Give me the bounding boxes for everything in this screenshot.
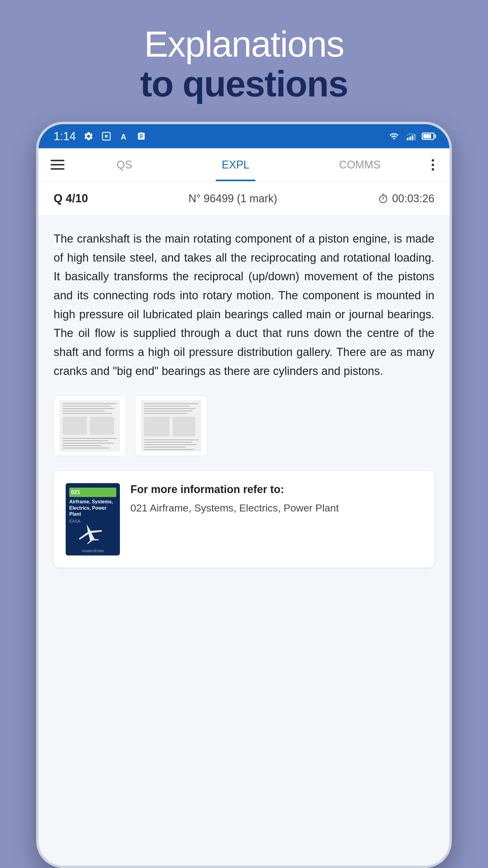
svg-rect-4 <box>407 138 409 140</box>
svg-rect-31 <box>144 444 197 445</box>
main-content: The crankshaft is the main rotating comp… <box>38 216 450 581</box>
headline-line2: to questions <box>140 64 348 104</box>
svg-rect-7 <box>414 134 416 140</box>
question-id: N° 96499 (1 mark) <box>189 192 278 205</box>
svg-rect-23 <box>144 406 189 407</box>
question-number: Q 4/10 <box>54 192 88 205</box>
clipboard-icon <box>137 131 146 141</box>
thumbnail-2[interactable] <box>135 396 207 456</box>
signal-icon <box>405 131 416 141</box>
thumbnail-1[interactable] <box>54 396 126 456</box>
timer-value: 00:03:26 <box>392 192 434 205</box>
a-icon: A <box>119 131 129 141</box>
headline: Explanations to questions <box>140 24 348 104</box>
svg-rect-9 <box>63 403 117 404</box>
book-title: Airframe, Systems, Electrics, Power Plan… <box>69 499 116 518</box>
reference-title: For more information refer to: <box>130 483 422 496</box>
svg-rect-18 <box>63 443 114 444</box>
svg-rect-14 <box>63 417 87 435</box>
book-cover: 021 Airframe, Systems, Electrics, Power … <box>66 483 120 555</box>
svg-rect-10 <box>63 406 111 407</box>
svg-rect-19 <box>63 445 102 446</box>
svg-rect-27 <box>144 417 170 436</box>
svg-rect-12 <box>63 410 105 411</box>
headline-line1: Explanations <box>140 24 348 64</box>
thumbnail-image-1 <box>60 400 120 452</box>
more-options-icon[interactable] <box>425 159 441 170</box>
svg-rect-33 <box>144 449 194 450</box>
status-icons-right <box>388 131 434 141</box>
reference-card: 021 Airframe, Systems, Electrics, Power … <box>54 471 434 567</box>
svg-rect-11 <box>63 408 114 409</box>
svg-rect-32 <box>144 447 186 447</box>
tabs: QS EXPL COMMS <box>72 148 425 181</box>
question-bar: Q 4/10 N° 96499 (1 mark) 00:03:26 <box>38 181 450 216</box>
svg-rect-13 <box>63 413 112 414</box>
svg-text:A: A <box>121 133 126 141</box>
svg-rect-28 <box>173 417 195 436</box>
phone-frame: 1:14 A <box>36 122 452 868</box>
menu-icon[interactable] <box>47 157 72 173</box>
app-content: QS EXPL COMMS Q 4/10 N <box>38 148 450 868</box>
battery-icon <box>422 133 434 140</box>
svg-rect-25 <box>144 410 192 411</box>
tab-expl[interactable]: EXPL <box>216 148 255 181</box>
reference-body: 021 Airframe, Systems, Electrics, Power … <box>130 500 422 516</box>
explanation-text: The crankshaft is the main rotating comp… <box>54 229 434 381</box>
book-brand: AviationExam <box>82 549 104 553</box>
timer-icon <box>378 193 389 204</box>
tab-qs[interactable]: QS <box>110 148 138 181</box>
svg-rect-16 <box>63 438 117 439</box>
x-icon <box>101 131 111 141</box>
question-timer: 00:03:26 <box>378 192 434 205</box>
thumbnails <box>54 396 434 456</box>
svg-rect-6 <box>412 135 413 140</box>
svg-rect-29 <box>144 439 198 440</box>
thumbnail-image-2 <box>141 400 201 452</box>
svg-rect-30 <box>144 442 192 443</box>
book-plane-icon <box>69 521 111 545</box>
svg-rect-5 <box>410 136 411 140</box>
svg-rect-26 <box>144 413 188 414</box>
book-label: 021 <box>69 488 116 497</box>
status-time: 1:14 <box>54 130 76 143</box>
gear-icon <box>84 131 94 141</box>
page-wrapper: Explanations to questions 1:14 A <box>0 0 488 868</box>
wifi-icon <box>388 131 400 141</box>
reference-text-area: For more information refer to: 021 Airfr… <box>130 483 422 516</box>
tab-comms[interactable]: COMMS <box>333 148 387 181</box>
svg-rect-20 <box>63 447 109 448</box>
svg-rect-24 <box>144 408 195 409</box>
svg-rect-22 <box>144 403 198 404</box>
status-bar: 1:14 A <box>38 124 450 148</box>
tab-bar: QS EXPL COMMS <box>38 148 450 181</box>
svg-rect-15 <box>90 417 114 435</box>
svg-rect-17 <box>63 440 108 441</box>
